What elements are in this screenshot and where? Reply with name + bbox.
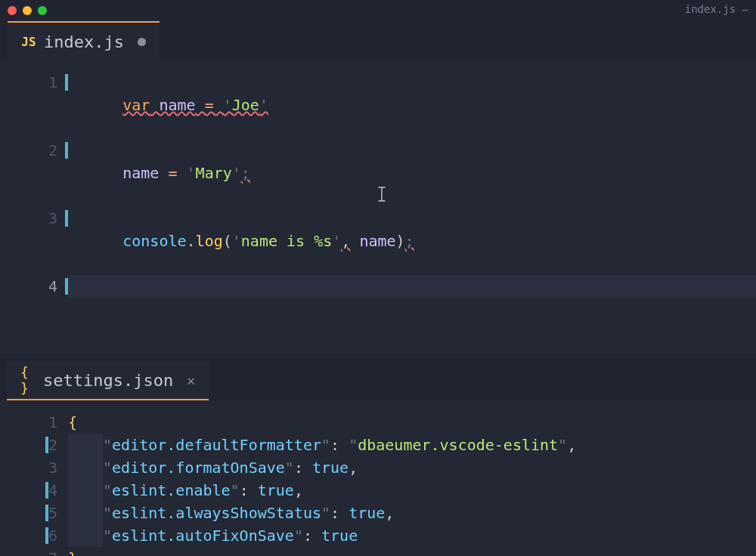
code-line: 1 var name = 'Joe' [0,71,756,139]
code-line: 6 "eslint.autoFixOnSave": true [0,524,756,547]
close-window-button[interactable] [8,6,17,15]
line-number: 4 [0,479,68,502]
tab-label: index.js [44,32,124,51]
line-number: 5 [0,502,68,524]
tab-index-js[interactable]: JS index.js [8,21,160,60]
code-line: 4 "eslint.enable": true, [0,479,756,502]
line-number: 4 [0,275,68,298]
editor-index-js[interactable]: 1 var name = 'Joe' 2 name = 'Mary'; 3 co… [0,60,756,358]
titlebar: index.js — [0,0,756,21]
modified-indicator-icon [138,38,146,46]
minimize-window-button[interactable] [23,6,32,15]
code-line: 1 { [0,411,756,434]
code-line: 3 console.log('name is %s', name); [0,207,756,275]
code-line-current: 4 [0,275,756,298]
code-line: 7 } [0,547,756,556]
code-line: 5 "eslint.alwaysShowStatus": true, [0,502,756,524]
json-file-icon: { } [20,372,36,388]
code-line: 2 "editor.defaultFormatter": "dbaeumer.v… [0,434,756,456]
tab-settings-json[interactable]: { } settings.json ✕ [7,361,209,400]
line-number: 6 [0,524,68,547]
code-line: 3 "editor.formatOnSave": true, [0,456,756,479]
window-title: index.js — [685,3,748,15]
js-file-icon: JS [21,34,36,49]
line-number: 1 [0,411,68,434]
line-number: 2 [0,139,68,162]
tab-bar-bottom: { } settings.json ✕ [0,361,756,400]
line-number: 1 [0,71,68,94]
close-tab-icon[interactable]: ✕ [187,372,195,388]
maximize-window-button[interactable] [38,6,47,15]
code-line: 2 name = 'Mary'; [0,139,756,207]
line-number: 3 [0,207,68,230]
line-number: 3 [0,456,68,479]
editor-settings-json[interactable]: 1 { 2 "editor.defaultFormatter": "dbaeum… [0,400,756,556]
line-number: 2 [0,434,68,456]
line-number: 7 [0,547,68,556]
tab-label: settings.json [43,371,173,390]
window-controls [8,6,47,15]
tab-bar-top: JS index.js [0,21,756,60]
